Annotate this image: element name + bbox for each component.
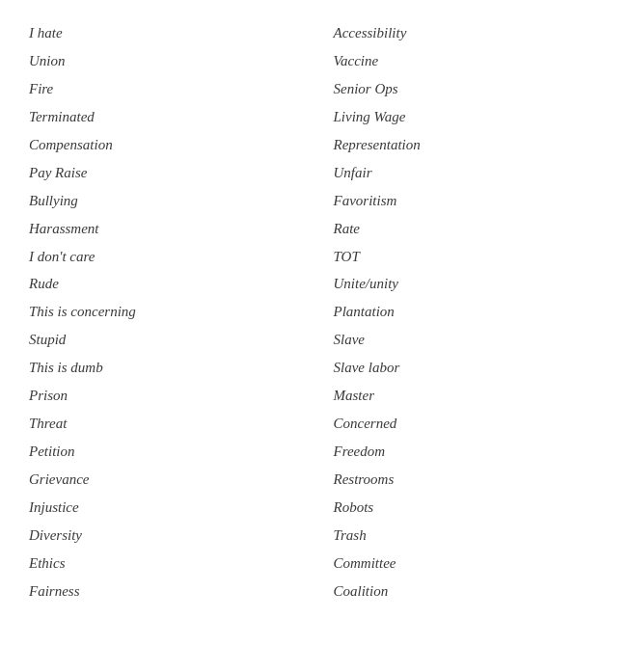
list-item: Petition <box>29 438 314 466</box>
list-item: Robots <box>334 494 619 522</box>
list-item: Rate <box>334 215 619 243</box>
list-item: Slave <box>334 326 619 354</box>
list-item: Living Wage <box>334 103 619 131</box>
list-item: Grievance <box>29 466 314 494</box>
list-item: Restrooms <box>334 466 619 494</box>
list-item: Concerned <box>334 410 619 438</box>
list-item: Terminated <box>29 103 314 131</box>
list-item: Compensation <box>29 131 314 159</box>
list-item: Unite/unity <box>334 270 619 298</box>
list-item: Coalition <box>334 578 619 605</box>
list-item: Vaccine <box>334 47 619 75</box>
list-item: Unfair <box>334 159 619 187</box>
list-item: This is concerning <box>29 298 314 326</box>
list-item: Representation <box>334 131 619 159</box>
right-column: AccessibilityVaccineSenior OpsLiving Wag… <box>314 19 619 605</box>
left-column: I hateUnionFireTerminatedCompensationPay… <box>19 19 314 605</box>
list-item: I hate <box>29 19 314 47</box>
list-item: Master <box>334 382 619 410</box>
list-item: Plantation <box>334 298 619 326</box>
list-item: Injustice <box>29 494 314 522</box>
list-item: Stupid <box>29 326 314 354</box>
list-item: I don't care <box>29 243 314 271</box>
list-item: Ethics <box>29 550 314 578</box>
list-item: Harassment <box>29 215 314 243</box>
list-item: Bullying <box>29 187 314 215</box>
main-container: I hateUnionFireTerminatedCompensationPay… <box>0 0 628 625</box>
list-item: Union <box>29 47 314 75</box>
list-item: Rude <box>29 270 314 298</box>
list-item: This is dumb <box>29 354 314 382</box>
list-item: Fire <box>29 75 314 103</box>
list-item: Trash <box>334 522 619 550</box>
list-item: Committee <box>334 550 619 578</box>
list-item: Fairness <box>29 578 314 605</box>
list-item: Senior Ops <box>334 75 619 103</box>
list-item: Favoritism <box>334 187 619 215</box>
list-item: Prison <box>29 382 314 410</box>
list-item: Pay Raise <box>29 159 314 187</box>
list-item: TOT <box>334 243 619 271</box>
list-item: Slave labor <box>334 354 619 382</box>
list-item: Freedom <box>334 438 619 466</box>
list-item: Accessibility <box>334 19 619 47</box>
list-item: Diversity <box>29 522 314 550</box>
list-item: Threat <box>29 410 314 438</box>
